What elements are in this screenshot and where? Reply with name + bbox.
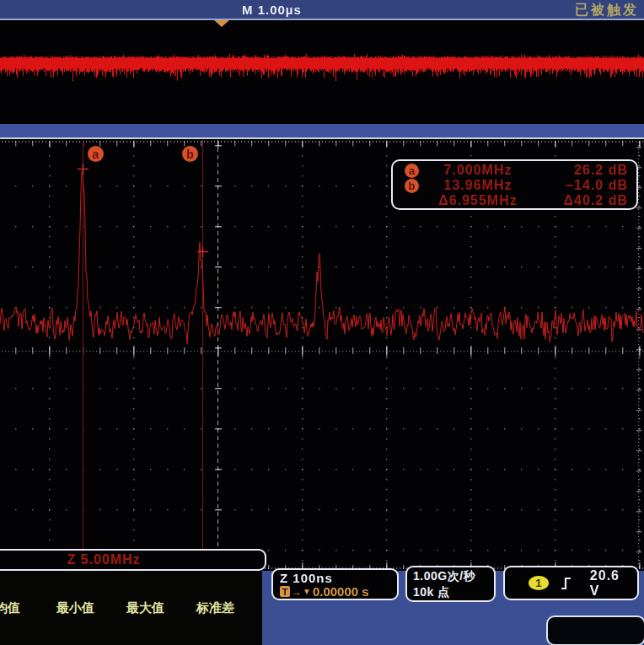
record-length-readout: 10k 点 — [413, 584, 488, 600]
cursor-a-row: a 7.000MHz 26.2 dB — [405, 163, 628, 178]
cursor-delta-spacer — [405, 194, 419, 208]
acquisition-box: 1.00G次/秒 10k 点 — [405, 566, 496, 602]
column-header: 均值 — [0, 600, 27, 615]
datetime-box: 5 10月2011 15:27:36 — [546, 615, 644, 645]
cursor-b-row: b 13.96MHz −14.0 dB — [405, 178, 628, 193]
arrow-right-icon: → — [292, 586, 302, 598]
trigger-source-box: 1 20.6 V — [503, 566, 639, 600]
column-header: 最小值 — [56, 600, 99, 615]
rising-edge-icon — [561, 577, 572, 590]
horizontal-zoom-box: Z 100ns T → ▼ 0.00000 s — [271, 568, 399, 600]
column-header: 最大值 — [126, 600, 169, 615]
trigger-level-readout: 20.6 V — [590, 568, 629, 599]
cursor-b-frequency: 13.96MHz — [419, 178, 537, 193]
timebase-readout: M 1.00µs — [242, 3, 302, 17]
measurement-column-min: 最小值 6.958M 75.6 1.69 26.5 — [56, 571, 99, 645]
cursor-delta-row: Δ6.955MHz Δ40.2 dB — [405, 193, 628, 208]
fft-scale-label: Z 5.00MHz — [67, 552, 140, 567]
measurement-column-mean: 均值 999M 2.0 84 8.6 — [0, 571, 27, 645]
cursor-b-level: −14.0 dB — [537, 178, 628, 193]
cursor-a-frequency: 7.000MHz — [419, 163, 537, 178]
cursor-a-level: 26.2 dB — [537, 163, 628, 178]
cursor-a-row-badge: a — [405, 164, 419, 178]
trigger-status-label: 已被触发 — [575, 2, 639, 19]
cursor-a-badge[interactable]: a — [88, 146, 104, 162]
measurement-panel: 均值 999M 2.0 84 8.6 最小值 6.958M 75.6 1.69 … — [0, 571, 262, 645]
cursor-b-row-badge: b — [405, 179, 419, 193]
cursor-delta-frequency: Δ6.955MHz — [419, 193, 537, 208]
trigger-t-icon: T — [280, 586, 290, 597]
trigger-position-marker-icon — [214, 20, 229, 27]
triangle-down-icon: ▼ — [303, 587, 311, 596]
zoom-timebase-readout: Z 100ns — [280, 571, 390, 585]
channel-1-badge: 1 — [529, 576, 549, 590]
sample-rate-readout: 1.00G次/秒 — [413, 568, 488, 584]
measurement-column-stddev: 标准差 13.25k 1.00 55.4m 329m — [196, 571, 235, 645]
trigger-position-row: T → ▼ 0.00000 s — [280, 584, 390, 599]
cursor-b-badge[interactable]: b — [182, 146, 198, 162]
trigger-position-value: 0.00000 s — [313, 584, 369, 599]
column-header: 标准差 — [196, 600, 235, 615]
measurement-column-max: 最大值 7.042M 83.6 2.00 29.0 — [126, 571, 169, 645]
fft-scale-box: Z 5.00MHz — [0, 549, 266, 571]
cursor-readout-box: a 7.000MHz 26.2 dB b 13.96MHz −14.0 dB Δ… — [391, 159, 638, 210]
oscilloscope-screen: M 1.00µs 已被触发 a b a 7.000MHz 26.2 dB b 1… — [0, 0, 644, 645]
cursor-delta-level: Δ40.2 dB — [537, 193, 628, 208]
